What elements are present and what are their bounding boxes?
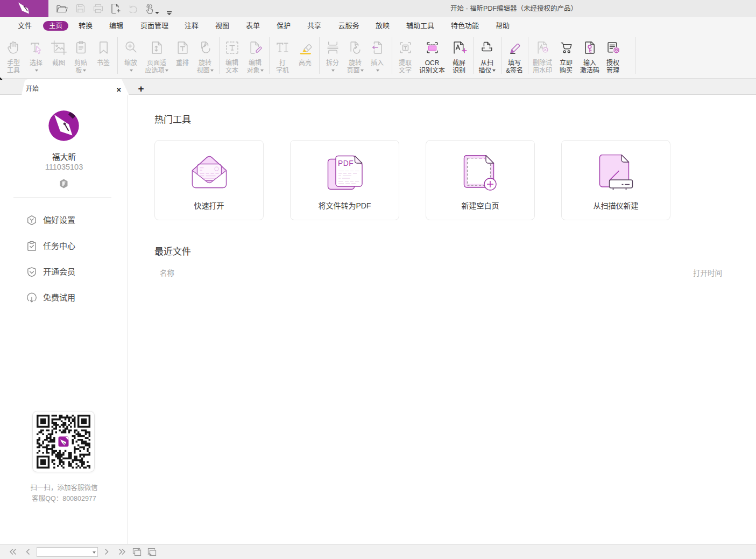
- svg-text:PDF: PDF: [338, 159, 354, 167]
